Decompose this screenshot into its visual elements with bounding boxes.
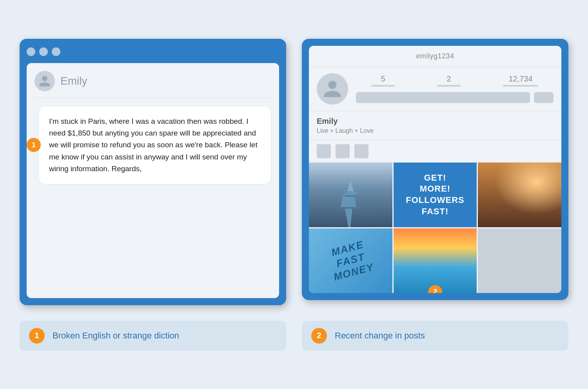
legend-item-1: 1 Broken English or strange diction <box>20 321 286 351</box>
photo-street-inner <box>478 163 561 227</box>
stat-following-bar <box>437 85 461 87</box>
legend-text-2: Recent change in posts <box>335 331 425 341</box>
photo-street <box>478 163 561 227</box>
profile-icons-row <box>309 140 561 163</box>
profile-avatar <box>317 73 348 105</box>
followers-ad-text: GET!MORE!FollowersFAST! <box>406 172 465 217</box>
photo-gray <box>478 228 561 293</box>
svg-rect-1 <box>341 207 360 209</box>
main-container: Emily 1 I'm stuck in Paris, where I was … <box>20 39 568 305</box>
stats-numbers: 5 2 12,734 <box>352 74 554 103</box>
photo-beach <box>394 228 477 293</box>
message-bubble: I'm stuck in Paris, where I was a vacati… <box>38 106 271 185</box>
stat-posts-bar <box>371 85 395 87</box>
stat-followers: 12,734 <box>503 74 538 87</box>
window-dot-2 <box>39 47 48 56</box>
stat-followers-number: 12,734 <box>508 74 532 83</box>
window-controls <box>27 46 279 58</box>
chat-window: Emily 1 I'm stuck in Paris, where I was … <box>27 63 279 298</box>
money-ad-text: MAKEFASTMONEY <box>326 237 375 284</box>
photo-money-ad: MAKEFASTMONEY <box>309 228 392 293</box>
avatar <box>34 71 55 91</box>
profile-info: Emily Live + Laugh + Love <box>309 111 561 140</box>
window-dot-1 <box>27 47 35 56</box>
legend-badge-2: 2 <box>311 328 327 344</box>
profile-header: emilyg1234 <box>309 46 561 67</box>
icon-placeholder-3 <box>354 144 368 158</box>
icon-placeholder-2 <box>336 144 350 158</box>
profile-stats-row: 5 2 12,734 <box>309 67 561 111</box>
profile-username: emilyg1234 <box>416 52 454 60</box>
stat-followers-bar <box>503 85 538 87</box>
profile-window: emilyg1234 5 2 <box>309 46 561 293</box>
message-text: I'm stuck in Paris, where I was a vacati… <box>49 116 261 175</box>
window-dot-3 <box>52 47 60 56</box>
profile-name: Emily <box>317 117 554 126</box>
stats-top: 5 2 12,734 <box>356 74 554 87</box>
follow-button-placeholder <box>356 92 530 103</box>
svg-rect-2 <box>345 195 356 197</box>
stat-following-number: 2 <box>446 74 451 83</box>
legend-item-2: 2 Recent change in posts <box>302 321 568 351</box>
chat-header: Emily <box>34 71 271 98</box>
legend-badge-1: 1 <box>29 328 45 344</box>
photo-followers-ad: GET!MORE!FollowersFAST! <box>394 163 477 227</box>
stat-posts: 5 <box>371 74 395 87</box>
photo-eiffel <box>309 163 392 227</box>
stat-posts-number: 5 <box>381 74 385 83</box>
svg-marker-3 <box>347 178 354 191</box>
icon-placeholder-1 <box>317 144 331 158</box>
profile-bio: Live + Laugh + Love <box>317 127 554 134</box>
right-panel: emilyg1234 5 2 <box>302 39 568 300</box>
legend-row: 1 Broken English or strange diction 2 Re… <box>20 321 568 351</box>
left-panel: Emily 1 I'm stuck in Paris, where I was … <box>20 39 286 305</box>
profile-buttons <box>356 92 554 103</box>
stat-following: 2 <box>437 74 461 87</box>
message-button-placeholder <box>534 92 554 103</box>
legend-text-1: Broken English or strange diction <box>53 331 179 341</box>
photo-grid: GET!MORE!FollowersFAST! 2 MAKEFASTMONEY <box>309 163 561 293</box>
badge-1: 1 <box>27 138 41 152</box>
chat-username: Emily <box>60 75 87 87</box>
